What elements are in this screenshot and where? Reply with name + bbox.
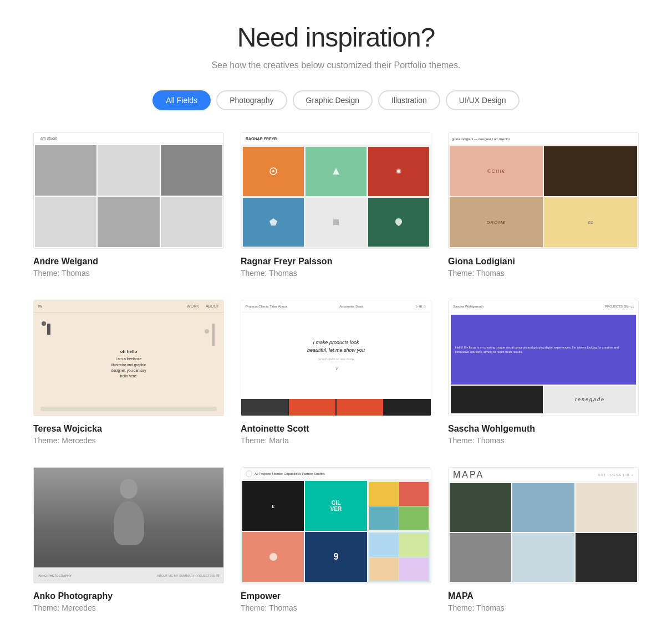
antoinette-line1: I make products look [313,339,359,346]
portfolio-name-3: Giona Lodigiani [448,257,639,267]
portfolio-name-6: Sascha Wohlgemuth [448,424,639,434]
sascha-text: Hello! My focus is on creating unique vi… [455,345,632,355]
svg-point-4 [397,170,400,173]
portfolio-item-9[interactable]: MAPA ART PRESS LIB + MAPA Theme: Thomas [448,467,639,612]
page-wrapper: Need inspiration? See how the creatives … [0,0,672,630]
antoinette-line2: beautiful, let me show you [307,346,365,354]
portfolio-thumbnail-6: Sascha Wohlgemuth PROJECTS ⊞ ▷ ☷ Hello! … [448,300,639,416]
portfolio-theme-9: Theme: Thomas [448,603,639,612]
portfolio-thumbnail-3: giona lodigiani — designer / art directo… [448,132,639,249]
portfolio-theme-1: Theme: Thomas [33,269,224,278]
portfolio-thumbnail-5: Projects Clients Titles About Antoinette… [241,300,431,416]
portfolio-theme-5: Theme: Marta [241,436,431,445]
svg-point-1 [272,170,274,172]
portfolio-item-3[interactable]: giona lodigiani — designer / art directo… [448,132,639,278]
teresa-text: oh hello I am a freelanceillustrator and… [111,349,146,380]
portfolio-theme-7: Theme: Mercedes [33,603,224,612]
hero-subtitle: See how the creatives below customized t… [33,60,639,70]
filter-tab-ui-ux[interactable]: UI/UX Design [446,90,520,110]
portfolio-theme-6: Theme: Thomas [448,436,639,445]
portfolio-thumbnail-1: am studio [33,132,224,249]
mapa-logo: MAPA [453,470,484,480]
portfolio-name-5: Antoinette Scott [241,424,431,434]
portfolio-item-5[interactable]: Projects Clients Titles About Antoinette… [241,300,431,445]
filter-tab-graphic-design[interactable]: Graphic Design [293,90,373,110]
portfolio-item-6[interactable]: Sascha Wohlgemuth PROJECTS ⊞ ▷ ☷ Hello! … [448,300,639,445]
portfolio-name-7: Anko Photography [33,591,224,601]
portfolio-name-2: Ragnar Freyr Palsson [241,257,431,267]
portfolio-grid: am studio Andre Welgand Theme: Thomas RA… [33,132,639,612]
portfolio-thumbnail-8: All Projects Header Capabilities Partner… [241,467,431,583]
portfolio-name-8: Empower [241,591,431,601]
svg-rect-6 [333,219,339,225]
portfolio-name-9: MAPA [448,591,639,601]
svg-marker-5 [269,218,277,226]
portfolio-item-8[interactable]: All Projects Header Capabilities Partner… [241,467,431,612]
portfolio-name-1: Andre Welgand [33,257,224,267]
portfolio-thumbnail-9: MAPA ART PRESS LIB + [448,467,639,583]
filter-tab-photography[interactable]: Photography [216,90,287,110]
portfolio-item-7[interactable]: ANKO PHOTOGRAPHY ABOUT ME MY SUMMARY PRO… [33,467,224,612]
portfolio-name-4: Teresa Wojcicka [33,424,224,434]
portfolio-theme-4: Theme: Mercedes [33,436,224,445]
portfolio-item-1[interactable]: am studio Andre Welgand Theme: Thomas [33,132,224,278]
portfolio-thumbnail-4: tw WORK ABOUT oh hello I am a freelancei… [33,300,224,416]
filter-tab-illustration[interactable]: Illustration [378,90,440,110]
portfolio-item-2[interactable]: RAGNAR FREYR [241,132,431,278]
portfolio-theme-8: Theme: Thomas [241,603,431,612]
filter-tab-all-fields[interactable]: All Fields [152,90,211,110]
portfolio-item-4[interactable]: tw WORK ABOUT oh hello I am a freelancei… [33,300,224,445]
portfolio-thumbnail-7: ANKO PHOTOGRAPHY ABOUT ME MY SUMMARY PRO… [33,467,224,583]
hero-section: Need inspiration? See how the creatives … [33,22,639,70]
svg-marker-2 [333,168,339,175]
portfolio-theme-3: Theme: Thomas [448,269,639,278]
filter-tabs: All Fields Photography Graphic Design Il… [33,90,639,110]
page-title: Need inspiration? [33,22,639,53]
portfolio-theme-2: Theme: Thomas [241,269,431,278]
portfolio-thumbnail-2: RAGNAR FREYR [241,132,431,249]
